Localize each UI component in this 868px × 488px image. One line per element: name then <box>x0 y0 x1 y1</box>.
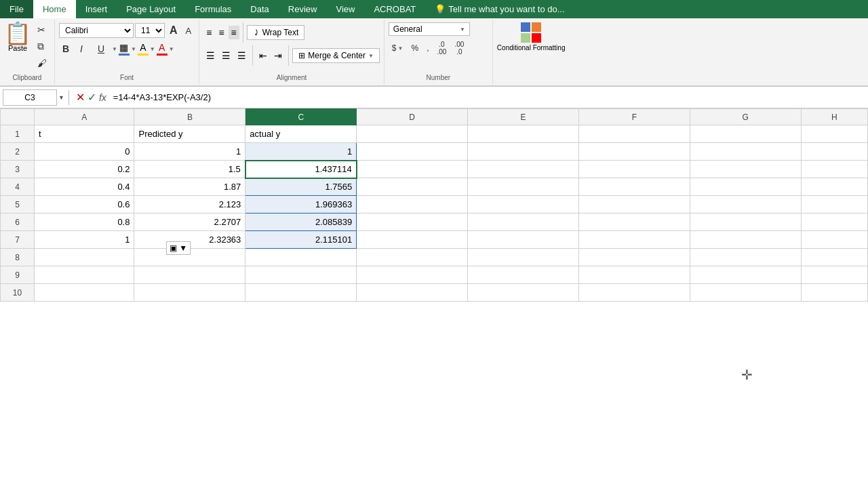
increase-font-button[interactable]: A <box>166 22 181 39</box>
cell-E7[interactable] <box>468 231 579 249</box>
formula-input[interactable] <box>109 91 865 104</box>
cell-A10[interactable] <box>35 284 134 302</box>
cell-A1[interactable]: t <box>35 125 134 143</box>
menu-view[interactable]: View <box>326 0 364 18</box>
cell-A8[interactable] <box>35 249 134 266</box>
cell-D5[interactable] <box>357 196 468 214</box>
cell-D6[interactable] <box>357 214 468 231</box>
decrease-font-button[interactable]: A <box>182 24 195 38</box>
cut-button[interactable]: ✂ <box>34 22 50 37</box>
cell-F10[interactable] <box>578 284 690 302</box>
cell-F9[interactable] <box>578 266 690 284</box>
cell-C5[interactable]: 1.969363 <box>245 196 357 214</box>
cell-A7[interactable]: 1 <box>35 231 134 249</box>
cell-G10[interactable] <box>690 284 801 302</box>
number-format-dropdown[interactable]: ▼ <box>460 26 465 33</box>
cell-G9[interactable] <box>690 266 801 284</box>
cell-C7[interactable]: 2.115101 <box>245 231 357 249</box>
indent-decrease-button[interactable]: ⇤ <box>256 49 270 62</box>
align-left-button[interactable]: ☰ <box>203 49 218 62</box>
cell-G1[interactable] <box>690 125 801 143</box>
cell-H4[interactable] <box>801 178 867 196</box>
cell-H10[interactable] <box>801 284 867 302</box>
comma-button[interactable]: , <box>423 41 432 55</box>
menu-search[interactable]: 💡 Tell me what you want to do... <box>425 0 574 18</box>
cell-G3[interactable] <box>690 161 801 178</box>
copy-button[interactable]: ⧉ <box>34 39 50 54</box>
align-top-left-button[interactable]: ≡ <box>203 26 214 39</box>
col-header-c[interactable]: C <box>245 109 357 125</box>
menu-home[interactable]: Home <box>33 0 76 18</box>
cell-C10[interactable] <box>245 284 357 302</box>
cell-E4[interactable] <box>468 178 579 196</box>
wrap-text-button[interactable]: ⤸ Wrap Text <box>247 25 305 40</box>
align-right-button[interactable]: ☰ <box>235 49 249 62</box>
cell-B1[interactable]: Predicted y <box>134 125 245 143</box>
cell-E8[interactable] <box>468 249 579 266</box>
number-format-select[interactable]: General ▼ <box>389 22 470 36</box>
formula-confirm-icon[interactable]: ✓ <box>87 91 96 104</box>
cell-A2[interactable]: 0 <box>35 143 134 161</box>
cell-F8[interactable] <box>578 249 690 266</box>
cell-A6[interactable]: 0.8 <box>35 214 134 231</box>
cell-G6[interactable] <box>690 214 801 231</box>
font-color-dropdown[interactable]: ▼ <box>169 46 174 52</box>
cell-B10[interactable] <box>134 284 245 302</box>
cell-D10[interactable] <box>357 284 468 302</box>
cell-B5[interactable]: 2.123 <box>134 196 245 214</box>
cell-H3[interactable] <box>801 161 867 178</box>
cell-F4[interactable] <box>578 178 690 196</box>
cell-F6[interactable] <box>578 214 690 231</box>
cell-E10[interactable] <box>468 284 579 302</box>
cell-G4[interactable] <box>690 178 801 196</box>
cell-G8[interactable] <box>690 249 801 266</box>
cell-D9[interactable] <box>357 266 468 284</box>
cell-G5[interactable] <box>690 196 801 214</box>
cell-D7[interactable] <box>357 231 468 249</box>
col-header-g[interactable]: G <box>690 109 801 125</box>
cell-F7[interactable] <box>578 231 690 249</box>
cell-E5[interactable] <box>468 196 579 214</box>
merge-dropdown-arrow[interactable]: ▼ <box>368 53 374 59</box>
menu-insert[interactable]: Insert <box>76 0 117 18</box>
cell-A4[interactable]: 0.4 <box>35 178 134 196</box>
formula-close-icon[interactable]: ✕ <box>76 91 85 104</box>
italic-button[interactable]: I <box>77 41 93 56</box>
underline-button[interactable]: U <box>94 41 111 56</box>
font-color-button[interactable]: A <box>157 42 167 56</box>
cell-F1[interactable] <box>578 125 690 143</box>
cell-A9[interactable] <box>35 266 134 284</box>
col-header-b[interactable]: B <box>134 109 245 125</box>
cell-B9[interactable] <box>134 266 245 284</box>
col-header-h[interactable]: H <box>801 109 867 125</box>
cell-E2[interactable] <box>468 143 579 161</box>
cell-F3[interactable] <box>578 161 690 178</box>
menu-formulas[interactable]: Formulas <box>185 0 241 18</box>
cell-D2[interactable] <box>357 143 468 161</box>
paste-options-float[interactable]: ▣ ▼ <box>166 241 191 255</box>
merge-center-button[interactable]: ⊞ Merge & Center ▼ <box>292 48 380 63</box>
align-top-center-button[interactable]: ≡ <box>216 26 226 39</box>
cell-H1[interactable] <box>801 125 867 143</box>
cell-E9[interactable] <box>468 266 579 284</box>
fill-color-button[interactable]: A <box>138 42 149 56</box>
cell-E3[interactable] <box>468 161 579 178</box>
indent-increase-button[interactable]: ⇥ <box>271 49 285 62</box>
cell-D4[interactable] <box>357 178 468 196</box>
cell-H8[interactable] <box>801 249 867 266</box>
cell-C1[interactable]: actual y <box>245 125 357 143</box>
menu-page-layout[interactable]: Page Layout <box>117 0 185 18</box>
col-header-a[interactable]: A <box>35 109 134 125</box>
name-box-dropdown[interactable]: ▼ <box>58 94 64 101</box>
border-dropdown[interactable]: ▼ <box>131 46 136 52</box>
dollar-button[interactable]: $ ▼ <box>389 41 407 55</box>
cell-D8[interactable] <box>357 249 468 266</box>
menu-file[interactable]: File <box>0 0 33 18</box>
bold-button[interactable]: B <box>59 41 75 56</box>
cell-A3[interactable]: 0.2 <box>35 161 134 178</box>
cell-H9[interactable] <box>801 266 867 284</box>
cell-C8[interactable] <box>245 249 357 266</box>
cell-E1[interactable] <box>468 125 579 143</box>
percent-button[interactable]: % <box>408 41 422 55</box>
cell-B6[interactable]: 2.2707 <box>134 214 245 231</box>
